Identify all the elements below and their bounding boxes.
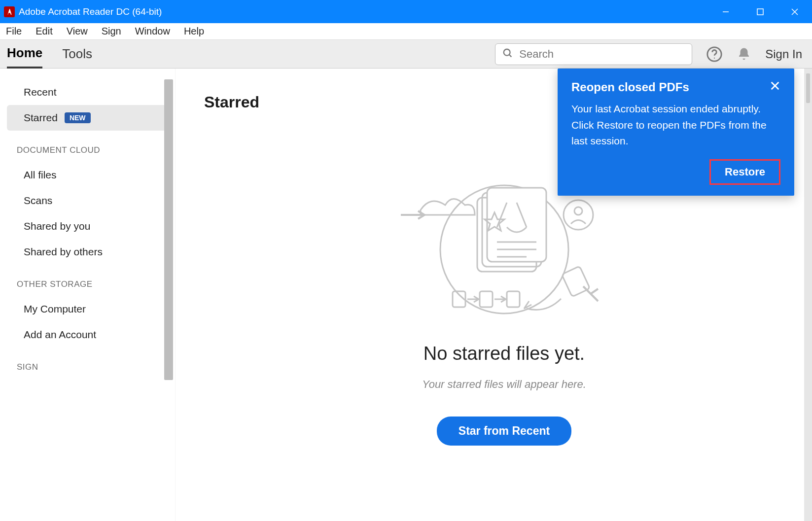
sidebar-item-label: Shared by others	[24, 246, 103, 258]
svg-rect-14	[487, 188, 546, 262]
search-icon	[502, 48, 513, 61]
menu-view[interactable]: View	[67, 26, 88, 37]
tab-tools[interactable]: Tools	[62, 40, 92, 68]
close-button[interactable]	[777, 0, 812, 23]
help-icon[interactable]	[706, 46, 723, 63]
popup-body: Your last Acrobat session ended abruptly…	[571, 101, 780, 149]
minimize-button[interactable]	[708, 0, 743, 23]
svg-point-7	[714, 57, 715, 58]
sidebar-item-label: Scans	[24, 195, 52, 207]
window-title: Adobe Acrobat Reader DC (64-bit)	[19, 6, 162, 17]
sidebar-item-label: Starred	[24, 112, 58, 124]
menu-help[interactable]: Help	[184, 26, 204, 37]
sidebar-item-shared-by-others[interactable]: Shared by others	[7, 239, 168, 265]
sidebar-item-recent[interactable]: Recent	[7, 79, 168, 105]
sidebar-item-label: Recent	[24, 86, 57, 98]
sidebar-section-other-storage: OTHER STORAGE	[0, 265, 175, 296]
sidebar-scrollbar[interactable]	[164, 79, 173, 380]
sidebar-section-document-cloud: DOCUMENT CLOUD	[0, 131, 175, 162]
app-icon	[4, 6, 15, 17]
empty-subtitle: Your starred files will appear here.	[422, 378, 586, 391]
maximize-button[interactable]	[743, 0, 777, 23]
empty-illustration	[396, 175, 613, 323]
sidebar-item-shared-by-you[interactable]: Shared by you	[7, 213, 168, 239]
tab-home[interactable]: Home	[7, 39, 42, 69]
right-rail-scrollbar[interactable]	[806, 73, 810, 103]
svg-point-4	[504, 49, 510, 55]
sidebar-item-label: Add an Account	[24, 329, 96, 341]
sidebar: Recent Starred NEW DOCUMENT CLOUD All fi…	[0, 69, 176, 521]
svg-rect-1	[757, 9, 763, 15]
restore-button[interactable]: Restore	[709, 159, 780, 185]
empty-state: No starred files yet. Your starred files…	[204, 175, 804, 446]
search-input[interactable]	[519, 48, 685, 61]
menubar: File Edit View Sign Window Help	[0, 23, 812, 40]
bell-icon[interactable]	[737, 47, 751, 62]
sidebar-item-label: All files	[24, 169, 57, 181]
star-from-recent-button[interactable]: Star from Recent	[437, 417, 571, 446]
popup-title: Reopen closed PDFs	[571, 80, 689, 94]
main-content: Starred Reopen closed PDFs Your last Acr…	[176, 69, 804, 521]
menu-edit[interactable]: Edit	[35, 26, 52, 37]
sidebar-item-add-account[interactable]: Add an Account	[7, 322, 168, 347]
sidebar-item-all-files[interactable]: All files	[7, 162, 168, 188]
sidebar-item-my-computer[interactable]: My Computer	[7, 296, 168, 322]
menu-window[interactable]: Window	[135, 26, 170, 37]
svg-point-20	[574, 207, 582, 215]
svg-rect-23	[480, 291, 493, 307]
right-rail	[804, 69, 812, 521]
svg-rect-21	[562, 266, 590, 297]
sidebar-item-label: Shared by you	[24, 220, 90, 232]
svg-line-5	[509, 54, 512, 57]
empty-title: No starred files yet.	[424, 343, 585, 364]
new-badge: NEW	[65, 112, 91, 123]
titlebar: Adobe Acrobat Reader DC (64-bit)	[0, 0, 812, 23]
reopen-pdfs-popup: Reopen closed PDFs Your last Acrobat ses…	[558, 69, 794, 196]
menu-sign[interactable]: Sign	[102, 26, 121, 37]
popup-close-button[interactable]	[770, 80, 780, 93]
menu-file[interactable]: File	[6, 26, 22, 37]
sign-in-button[interactable]: Sign In	[765, 47, 802, 61]
sidebar-item-label: My Computer	[24, 303, 86, 315]
sidebar-item-starred[interactable]: Starred NEW	[7, 105, 168, 131]
sidebar-section-sign: SIGN	[0, 347, 175, 379]
toolbar: Home Tools Sign In	[0, 40, 812, 69]
search-box[interactable]	[495, 43, 692, 65]
svg-rect-24	[507, 291, 520, 307]
sidebar-item-scans[interactable]: Scans	[7, 188, 168, 213]
